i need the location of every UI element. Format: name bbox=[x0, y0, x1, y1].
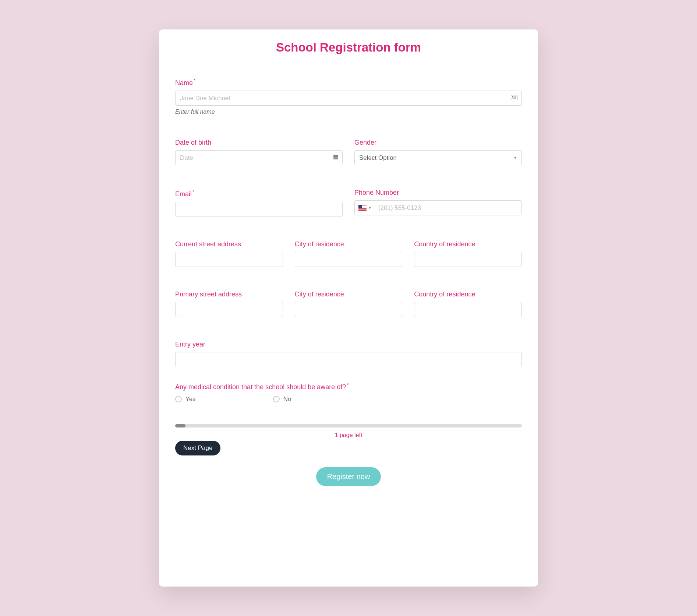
name-group: Name* Enter full name bbox=[175, 78, 522, 115]
primary-country-label: Country of residence bbox=[414, 291, 522, 298]
primary-street-input[interactable] bbox=[175, 302, 283, 317]
current-country-label: Country of residence bbox=[414, 240, 522, 248]
required-star: * bbox=[347, 382, 348, 388]
phone-label: Phone Number bbox=[354, 189, 522, 197]
gender-group: Gender Select Option ▼ bbox=[354, 139, 522, 165]
caret-down-icon: ▼ bbox=[368, 206, 372, 210]
primary-city-label: City of residence bbox=[295, 291, 403, 298]
email-input[interactable] bbox=[175, 202, 343, 217]
phone-input-wrap: ▼ bbox=[354, 200, 522, 215]
name-input-wrap bbox=[175, 91, 522, 106]
flag-us-icon bbox=[358, 205, 367, 211]
medical-group: Any medical condition that the school sh… bbox=[175, 382, 522, 403]
current-city-input[interactable] bbox=[295, 252, 403, 267]
radio-icon bbox=[175, 396, 182, 402]
dob-group: Date of birth bbox=[175, 139, 343, 165]
current-street-input[interactable] bbox=[175, 252, 283, 267]
primary-country-input[interactable] bbox=[414, 302, 522, 317]
medical-label-text: Any medical condition that the school sh… bbox=[175, 383, 346, 391]
progress-fill bbox=[175, 424, 185, 427]
current-street-group: Current street address bbox=[175, 240, 283, 267]
name-label-text: Name bbox=[175, 79, 193, 87]
dob-input[interactable] bbox=[175, 150, 343, 165]
current-address-row: Current street address City of residence… bbox=[175, 240, 522, 267]
current-country-input[interactable] bbox=[414, 252, 522, 267]
gender-select[interactable]: Select Option ▼ bbox=[354, 150, 522, 165]
entry-year-label: Entry year bbox=[175, 341, 522, 348]
medical-radio-no[interactable]: No bbox=[273, 395, 291, 403]
primary-address-row: Primary street address City of residence… bbox=[175, 291, 522, 317]
primary-country-group: Country of residence bbox=[414, 291, 522, 317]
phone-country-selector[interactable]: ▼ bbox=[355, 205, 375, 211]
dob-input-wrap bbox=[175, 150, 343, 165]
gender-label: Gender bbox=[354, 139, 522, 147]
current-street-label: Current street address bbox=[175, 240, 283, 248]
gender-selected: Select Option bbox=[359, 154, 397, 162]
current-city-label: City of residence bbox=[295, 240, 403, 248]
pages-left-text: 1 page left bbox=[175, 432, 522, 439]
submit-row: Register now bbox=[175, 467, 522, 486]
primary-street-label: Primary street address bbox=[175, 291, 283, 298]
next-page-button[interactable]: Next Page bbox=[175, 441, 220, 455]
current-city-group: City of residence bbox=[295, 240, 403, 267]
email-label-text: Email bbox=[175, 190, 192, 198]
register-now-button[interactable]: Register now bbox=[316, 467, 381, 486]
entry-year-group: Entry year bbox=[175, 341, 522, 367]
dob-gender-row: Date of birth Gender Select Option ▼ bbox=[175, 139, 522, 165]
name-label: Name* bbox=[175, 78, 522, 87]
current-country-group: Country of residence bbox=[414, 240, 522, 267]
radio-icon bbox=[273, 396, 280, 402]
entry-year-input[interactable] bbox=[175, 352, 522, 367]
primary-city-input[interactable] bbox=[295, 302, 403, 317]
phone-group: Phone Number ▼ bbox=[354, 189, 522, 217]
caret-down-icon: ▼ bbox=[513, 156, 517, 160]
primary-street-group: Primary street address bbox=[175, 291, 283, 317]
email-phone-row: Email* Phone Number ▼ bbox=[175, 189, 522, 217]
required-star: * bbox=[192, 189, 194, 195]
form-title: School Registration form bbox=[175, 41, 522, 60]
primary-city-group: City of residence bbox=[295, 291, 403, 317]
progress-bar bbox=[175, 424, 522, 427]
medical-radio-yes[interactable]: Yes bbox=[175, 395, 196, 403]
radio-yes-label: Yes bbox=[185, 395, 196, 403]
medical-label: Any medical condition that the school sh… bbox=[175, 382, 522, 391]
medical-radio-row: Yes No bbox=[175, 395, 522, 403]
name-helper: Enter full name bbox=[175, 109, 522, 115]
name-input[interactable] bbox=[175, 91, 522, 106]
dob-label: Date of birth bbox=[175, 139, 343, 147]
required-star: * bbox=[194, 78, 195, 84]
radio-no-label: No bbox=[283, 395, 291, 403]
phone-input[interactable] bbox=[375, 201, 521, 215]
registration-form-card: School Registration form Name* Enter ful… bbox=[159, 29, 538, 587]
email-label: Email* bbox=[175, 189, 343, 198]
email-group: Email* bbox=[175, 189, 343, 217]
